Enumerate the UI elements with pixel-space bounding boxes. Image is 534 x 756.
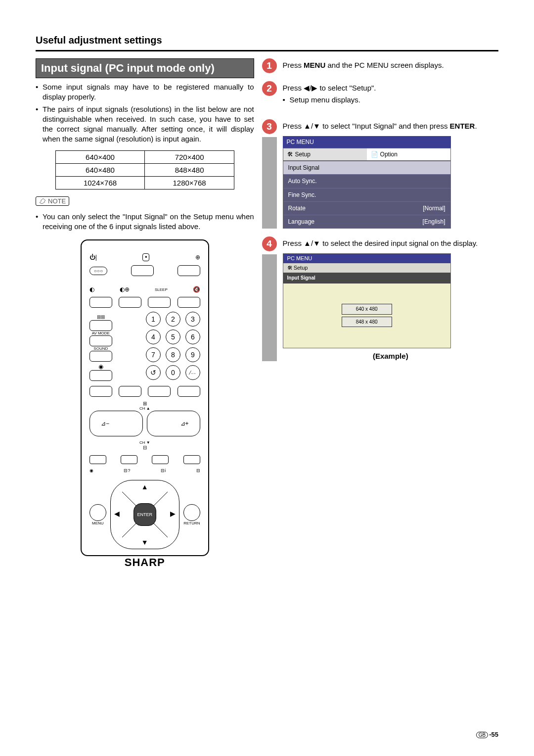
indicator-icon: ○○○ [89,267,107,275]
num-key-5: 5 [166,330,180,344]
resolution-table: 640×400 720×400 640×480 848×480 1024×768… [55,150,234,189]
remote-key [89,351,112,362]
remote-key [152,455,169,464]
power-icon: ⏻| [89,254,97,261]
divider-rule [36,50,498,51]
menu-item-rotate: Rotate[Normal] [283,201,450,215]
remote-key [178,265,200,276]
epg-icon: ⊞⊞ [97,314,105,320]
step-bullet-3: 3 [262,119,277,134]
step-bullet-4: 4 [262,236,277,251]
remote-control-illustration: ⏻| • ⊕ ○○○ ◐ ◐⊕ SLEEP 🔇 [81,239,209,556]
timer-icon: ◐ [89,286,94,293]
input-icon: ⊕ [195,254,200,261]
input-signal-submenu: PC MENU 🛠 Setup Input Signal 640 x 480 8… [283,253,451,348]
ch-down-label: CH ▼ [89,440,200,445]
note-text: You can only select the "Input Signal" o… [36,212,254,232]
menu-item-auto-sync: Auto Sync. [283,174,450,188]
pc-menu-screenshot: PC MENU 🛠 Setup 📄 Option [283,136,451,229]
setup-tab-label: 🛠 Setup [283,263,450,273]
remote-key [178,297,200,308]
num-key-1: 1 [146,312,161,327]
pc-menu-title: PC MENU [283,254,450,263]
table-cell: 720×400 [145,150,234,163]
remote-key [178,386,200,397]
num-key-8: 8 [166,347,180,362]
intro-bullet: The pairs of input signals (resolutions)… [36,104,254,144]
table-cell: 640×480 [55,163,145,176]
list-icon: ⊟ [196,468,200,473]
menu-label: MENU [92,521,104,525]
teletext-icon: ⊟i [161,468,166,473]
num-key-2: 2 [166,312,180,327]
step-text: Press ▲/▼ to select the desired input si… [283,236,498,361]
flashback-key: ↺ [146,365,161,380]
remote-key [89,297,112,308]
arrow-up-icon: ▲ [141,483,148,491]
remote-key [119,297,141,308]
remote-key [89,386,112,397]
vol-down-key: ⊿− [89,411,143,436]
remote-key [119,386,141,397]
avmode-label: AV MODE [89,331,112,335]
step-text: Press ◀/▶ to select "Setup". Setup menu … [283,81,498,111]
submenu-title: Input Signal [283,273,450,284]
intro-bullet: Some input signals may have to be regist… [36,82,254,102]
region-code: GB [476,732,488,738]
teletext-icon: ⊟? [124,468,130,473]
remote-key [148,297,171,308]
dash-key: ⁄₋₋ [185,365,200,380]
color-icon: ◉ [89,468,93,473]
remote-key [89,320,112,331]
note-label-text: NOTE [48,197,66,205]
num-key-0: 0 [166,365,180,380]
table-cell: 848×480 [145,163,234,176]
mute-icon: 🔇 [193,286,200,293]
remote-key [121,455,137,464]
dpad: ENTER ▲ ▼ ◀ ▶ [110,480,179,549]
section-title: Useful adjustment settings [36,35,498,46]
display-icon: • [142,253,149,261]
num-key-7: 7 [146,347,161,362]
rec-icon: ◉ [98,363,103,370]
setup-icon: 🛠 [287,265,292,271]
page-number: -55 [489,731,498,738]
num-key-9: 9 [185,347,200,362]
example-caption: (Example) [283,351,498,361]
topic-heading: Input signal (PC input mode only) [36,58,254,78]
arrow-right-icon: ▶ [170,510,176,518]
ch-up-label: CH ▲ [89,406,200,411]
hand-icon [39,197,46,204]
return-label: RETURN [183,521,200,525]
option-icon: 📄 [371,150,378,158]
pc-menu-tab-setup: 🛠 Setup [283,148,367,160]
remote-key [89,370,112,381]
menu-key [89,504,106,521]
remote-key [183,455,200,464]
page-footer: GB-55 [476,731,498,738]
step-bullet-2: 2 [262,81,277,96]
vol-up-key: ⊿+ [147,411,200,436]
num-key-3: 3 [185,312,200,327]
arrow-down-icon: ▼ [141,538,148,546]
pc-menu-tab-option: 📄 Option [367,148,450,160]
note-badge: NOTE [36,196,69,206]
arrow-left-icon: ◀ [114,510,120,518]
remote-key [89,335,112,346]
table-cell: 1280×768 [145,176,234,189]
menu-item-fine-sync: Fine Sync. [283,188,450,201]
table-cell: 640×400 [55,150,145,163]
enter-key: ENTER [134,503,156,526]
step-sub-bullet: Setup menu displays. [283,95,498,105]
table-cell: 1024×768 [55,176,145,189]
remote-key [89,455,106,464]
setup-icon: 🛠 [287,150,293,158]
menu-item-input-signal: Input Signal [283,161,450,174]
pc-menu-title: PC MENU [283,136,451,148]
num-key-4: 4 [146,330,161,344]
step-text: Press ▲/▼ to select "Input Signal" and t… [283,119,498,229]
signal-option: 848 x 480 [342,317,392,328]
signal-option: 640 x 480 [342,304,392,315]
remote-key [148,386,171,397]
num-key-6: 6 [185,330,200,344]
